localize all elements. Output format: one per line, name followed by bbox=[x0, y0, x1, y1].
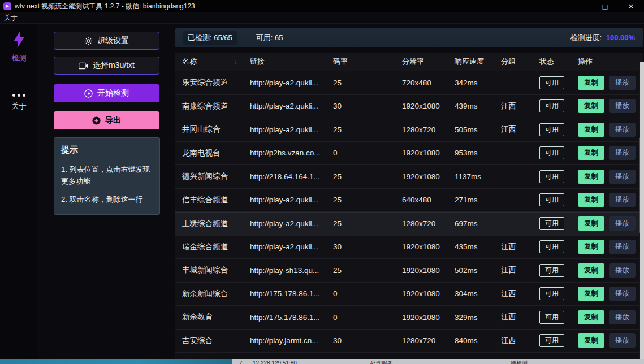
cell-response: 502ms bbox=[448, 266, 494, 275]
cell-name[interactable]: 德兴新闻综合 bbox=[175, 171, 243, 181]
cell-group: 江西 bbox=[494, 289, 533, 299]
play-button[interactable]: 播放 bbox=[609, 263, 636, 278]
copy-button[interactable]: 复制 bbox=[578, 193, 604, 207]
cell-name[interactable]: 吉安综合 bbox=[175, 336, 243, 346]
tip-title: 提示 bbox=[61, 145, 153, 155]
table-row[interactable]: 乐安综合频道 http://play-a2.qukli... 25 720x48… bbox=[175, 71, 643, 95]
play-button[interactable]: 播放 bbox=[609, 287, 636, 301]
copy-button[interactable]: 复制 bbox=[578, 76, 604, 90]
cell-response: 439ms bbox=[448, 102, 494, 110]
header-response[interactable]: 响应速度 bbox=[448, 57, 494, 67]
cell-name[interactable]: 南康综合频道 bbox=[175, 101, 243, 111]
table-row[interactable]: 井冈山综合 http://play-a2.qukli... 25 1280x72… bbox=[175, 118, 643, 142]
cell-resolution: 1920x1080 bbox=[395, 242, 448, 251]
header-group[interactable]: 分组 bbox=[494, 57, 533, 67]
table-row[interactable]: 新余新闻综合 http://175.178.86.1... 0 1920x108… bbox=[175, 283, 643, 306]
header-name[interactable]: 名称 bbox=[182, 57, 197, 67]
play-button[interactable]: 播放 bbox=[609, 310, 636, 324]
cell-url: http://play-a2.qukli... bbox=[243, 242, 326, 251]
button-label: 开始检测 bbox=[97, 88, 129, 98]
cell-bitrate: 0 bbox=[326, 289, 395, 298]
cell-response: 1137ms bbox=[448, 172, 494, 181]
table-row[interactable]: 瑞金综合频道 http://play-a2.qukli... 30 1920x1… bbox=[175, 236, 643, 259]
copy-button[interactable]: 复制 bbox=[578, 146, 604, 160]
header-bitrate[interactable]: 码率 bbox=[326, 57, 395, 67]
play-button[interactable]: 播放 bbox=[609, 193, 636, 207]
cell-name[interactable]: 乐安综合频道 bbox=[175, 77, 243, 88]
status-badge: 可用 bbox=[539, 123, 564, 136]
play-button[interactable]: 播放 bbox=[609, 76, 636, 90]
cell-bitrate: 25 bbox=[326, 125, 395, 134]
copy-button[interactable]: 复制 bbox=[578, 263, 604, 278]
header-resolution[interactable]: 分辨率 bbox=[395, 57, 448, 67]
more-dots-icon bbox=[12, 94, 25, 97]
header-url[interactable]: 链接 bbox=[243, 57, 326, 67]
cell-name[interactable]: 龙南电视台 bbox=[175, 148, 243, 158]
play-button[interactable]: 播放 bbox=[609, 146, 636, 160]
header-status[interactable]: 状态 bbox=[533, 57, 571, 67]
cell-name[interactable]: 瑞金综合频道 bbox=[175, 242, 243, 252]
cell-name[interactable]: 新余教育 bbox=[175, 312, 243, 322]
table-row[interactable]: 新余教育 http://175.178.86.1... 0 1920x1080 … bbox=[175, 306, 643, 330]
menu-bar: 关于 bbox=[0, 12, 644, 24]
start-check-button[interactable]: 开始检测 bbox=[54, 84, 159, 102]
checked-count: 已检测: 65/65 bbox=[183, 31, 237, 45]
sort-desc-icon[interactable]: ↓ bbox=[234, 58, 237, 66]
maximize-button[interactable]: ◻ bbox=[592, 0, 618, 12]
status-badge: 可用 bbox=[539, 170, 564, 183]
copy-button[interactable]: 复制 bbox=[578, 240, 604, 254]
copy-button[interactable]: 复制 bbox=[578, 310, 604, 324]
copy-button[interactable]: 复制 bbox=[578, 123, 604, 137]
play-button[interactable]: 播放 bbox=[609, 99, 636, 113]
choose-m3u-button[interactable]: 选择m3u/txt bbox=[54, 57, 159, 75]
cell-url: http://175.178.86.1... bbox=[243, 313, 326, 322]
play-button[interactable]: 播放 bbox=[609, 333, 636, 348]
cell-resolution: 1920x1080 bbox=[395, 266, 448, 275]
status-badge: 可用 bbox=[539, 193, 564, 206]
play-button[interactable]: 播放 bbox=[609, 216, 636, 231]
available-count: 可用: 65 bbox=[256, 33, 283, 43]
cell-group: 江西 bbox=[494, 124, 533, 135]
table-row[interactable]: 吉安综合 http://play.jarmt.cn... 30 1280x720… bbox=[175, 330, 643, 353]
sidebar-item-about[interactable]: 关于 bbox=[12, 88, 27, 111]
export-circle-icon bbox=[92, 116, 101, 125]
cell-group: 江西 bbox=[494, 101, 533, 111]
cell-resolution: 1920x1080 bbox=[395, 102, 448, 110]
sidebar-item-check[interactable]: 检测 bbox=[11, 31, 27, 63]
cell-url: http://play.jarmt.cn... bbox=[243, 336, 326, 345]
table-row[interactable]: 信丰综合频道 http://play-a2.qukli... 25 640x48… bbox=[175, 189, 643, 213]
cell-bitrate: 25 bbox=[326, 266, 395, 275]
play-button[interactable]: 播放 bbox=[609, 123, 636, 137]
minimize-button[interactable]: – bbox=[566, 0, 592, 12]
cell-response: 505ms bbox=[448, 125, 494, 134]
table-row[interactable]: 德兴新闻综合 http://218.64.164.1... 25 1920x10… bbox=[175, 165, 643, 189]
close-button[interactable]: ✕ bbox=[618, 0, 644, 12]
cell-name[interactable]: 新余新闻综合 bbox=[175, 289, 243, 299]
cell-response: 271ms bbox=[448, 196, 494, 204]
cell-url: http://play-a2.qukli... bbox=[243, 219, 326, 228]
copy-button[interactable]: 复制 bbox=[578, 170, 604, 184]
table-row[interactable]: 南康综合频道 http://play-a2.qukli... 30 1920x1… bbox=[175, 95, 643, 119]
cell-name[interactable]: 丰城新闻综合 bbox=[175, 265, 243, 275]
copy-button[interactable]: 复制 bbox=[578, 216, 604, 231]
menu-about[interactable]: 关于 bbox=[4, 13, 18, 23]
table-row[interactable]: 丰城新闻综合 http://play-sh13.qu... 25 1920x10… bbox=[175, 259, 643, 283]
status-badge: 可用 bbox=[539, 76, 564, 89]
table-row[interactable]: 龙南电视台 http://p2hs.vzan.co... 0 1920x1080… bbox=[175, 142, 643, 166]
play-button[interactable]: 播放 bbox=[609, 240, 636, 254]
super-settings-button[interactable]: 超级设置 bbox=[54, 32, 159, 50]
cell-name[interactable]: 井冈山综合 bbox=[175, 124, 243, 135]
cell-name[interactable]: 上犹综合频道 bbox=[175, 219, 243, 229]
cell-name[interactable]: 信丰综合频道 bbox=[175, 195, 243, 205]
progress-value: 100.00% bbox=[606, 33, 635, 42]
copy-button[interactable]: 复制 bbox=[578, 99, 604, 113]
cell-resolution: 640x480 bbox=[395, 196, 448, 204]
copy-button[interactable]: 复制 bbox=[578, 333, 604, 348]
table-row[interactable]: 上犹综合频道 http://play-a2.qukli... 25 1280x7… bbox=[175, 212, 643, 236]
play-button[interactable]: 播放 bbox=[609, 170, 636, 184]
cell-bitrate: 25 bbox=[326, 219, 395, 228]
export-button[interactable]: 导出 bbox=[54, 111, 159, 129]
status-badge: 可用 bbox=[539, 146, 564, 159]
copy-button[interactable]: 复制 bbox=[578, 287, 604, 301]
cell-response: 840ms bbox=[448, 336, 494, 345]
